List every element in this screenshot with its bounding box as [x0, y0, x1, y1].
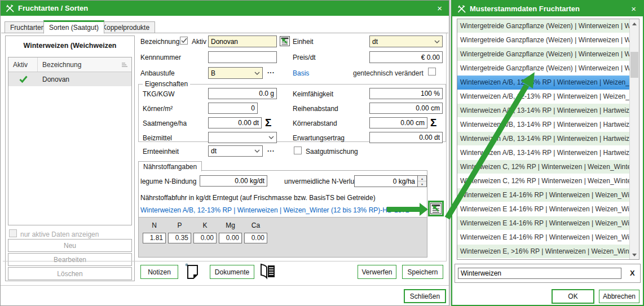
list-item[interactable]: Winterweizen E 14-16% RP | Winterweizen … [457, 188, 629, 202]
tab-koppelprodukte[interactable]: Koppelprodukte [96, 21, 155, 33]
column-aktiv[interactable]: Aktiv [8, 57, 38, 72]
saatgutmischung-checkbox[interactable] [294, 147, 302, 154]
close-icon[interactable]: × [435, 4, 444, 12]
nutrient-value-mg[interactable]: 0.00 [219, 233, 242, 243]
edit-button[interactable]: Bearbeiten [8, 253, 132, 266]
clear-search-button[interactable]: X [630, 269, 635, 277]
list-item[interactable]: Wintergetreide Ganzpflanze (Weizen) | Wi… [457, 19, 629, 33]
variety-panel-title: Winterweizen (Weichweizen [6, 42, 134, 50]
ernteeinheit-dropdown[interactable]: dt [208, 145, 263, 157]
window-title: Fruchtarten / Sorten [18, 4, 88, 12]
verluste-spinner[interactable]: ▲ ▼ [418, 175, 427, 187]
table-row-donovan[interactable]: Donovan [8, 72, 131, 86]
tab-sorten-saatgut[interactable]: Sorten (Saatgut) [43, 20, 104, 34]
list-item[interactable]: Winterweizen A/B, 13-14% RP | Winterweiz… [457, 104, 629, 118]
saatmenge-input[interactable] [208, 117, 262, 128]
scroll-down-icon[interactable] [630, 250, 639, 259]
saatmenge-label: Saatmenge/ha [143, 119, 187, 127]
list-item[interactable]: Winterweizen C, 12% RP | Winterweizen | … [457, 174, 629, 188]
scroll-up-icon[interactable] [630, 19, 639, 28]
variety-table-header: Aktiv Bezeichnung [8, 57, 131, 72]
aktiv-checkbox[interactable] [180, 37, 188, 45]
anbaustufe-more-button[interactable]: ... [267, 67, 275, 75]
nutrient-header-mg: Mg [219, 221, 242, 229]
nutrient-value-k[interactable]: 0.00 [193, 233, 217, 243]
basis-link[interactable]: Basis [293, 69, 309, 77]
verluste-input[interactable] [354, 175, 418, 187]
verwerfen-button[interactable]: Verwerfen [358, 265, 396, 279]
list-item[interactable]: Winterweizen A/B, 13-14% RP | Winterweiz… [457, 132, 629, 146]
einheit-label: Einheit [293, 38, 314, 46]
chevron-down-icon [254, 72, 260, 75]
list-item[interactable]: Winterweizen A/B, 13-14% RP | Winterweiz… [457, 118, 629, 132]
einheit-dropdown[interactable]: dt [369, 36, 443, 47]
dokumente-button[interactable]: Dokumente [210, 265, 254, 279]
koerner-label: Körner/m² [143, 105, 173, 113]
list-item[interactable]: Winterweizen E, >16% RP | Winterweizen |… [457, 245, 629, 259]
saatmenge-sum-button[interactable]: Σ [265, 117, 271, 128]
scrollbar[interactable] [629, 19, 639, 259]
koerner-input[interactable] [208, 103, 258, 114]
list-item[interactable]: Winterweizen E 14-16% RP | Winterweizen … [457, 216, 629, 230]
beizmittel-label: Beizmittel [143, 134, 172, 142]
notizen-button[interactable]: Notizen [140, 265, 178, 279]
list-item[interactable]: Wintergetreide Ganzpflanze (Weizen) | Wi… [457, 47, 629, 61]
tab-naehrstoffangaben[interactable]: Nährstoffangaben [138, 161, 202, 171]
reihenabstand-input[interactable] [369, 103, 443, 114]
nutrient-header-k: K [193, 221, 217, 229]
beizmittel-dropdown[interactable] [208, 132, 277, 143]
ernteeinheit-value: dt [211, 147, 217, 155]
tkg-input[interactable] [208, 88, 277, 99]
erwartungsertrag-input[interactable] [369, 132, 443, 143]
keimfaehigkeit-input[interactable] [369, 88, 443, 99]
anbaustufe-dropdown[interactable]: B [208, 67, 263, 79]
import-nutrients-icon[interactable] [428, 201, 444, 216]
keimfaehigkeit-label: Keimfähigkeit [293, 90, 333, 98]
list-item-selected[interactable]: Winterweizen A/B, 12-13% RP | Winterweiz… [457, 76, 629, 90]
kennnummer-input[interactable] [208, 51, 277, 63]
footer-divider [3, 261, 447, 261]
koernerabstand-sum-button[interactable]: Σ [430, 117, 436, 128]
close-icon[interactable]: × [629, 5, 638, 13]
nutrient-value-n[interactable]: 1.81 [143, 233, 166, 243]
schliessen-button[interactable]: Schließen [404, 289, 446, 303]
ernteeinheit-more-button[interactable]: ... [267, 145, 275, 153]
list-item[interactable]: Winterweizen E 14-16% RP | Winterweizen … [457, 202, 629, 216]
bezeichnung-input[interactable] [208, 36, 277, 47]
sort-icon[interactable] [121, 62, 128, 68]
import-master-data-icon[interactable] [280, 36, 290, 46]
list-item[interactable]: Winterweizen C, 12% RP | Winterweizen | … [457, 160, 629, 174]
master-data-rows: Wintergetreide Ganzpflanze (Weizen) | Wi… [457, 19, 629, 259]
nutrient-value-ca[interactable]: 0.00 [244, 233, 267, 243]
abfuhr-text: Nährstoffabfuhr in kg/dt Erntegut (auf F… [140, 194, 376, 202]
cancel-button[interactable]: Abbrechen [599, 290, 639, 303]
master-data-link[interactable]: Winterweizen A/B, 12-13% RP | Winterweiz… [140, 206, 409, 214]
delete-button[interactable]: Löschen [8, 267, 132, 280]
new-button[interactable]: Neu [8, 239, 132, 252]
ok-button[interactable]: OK [552, 289, 594, 304]
koernerabstand-input[interactable] [369, 117, 427, 128]
erwartungsertrag-label: Erwartungsertrag [293, 134, 345, 142]
list-item[interactable]: Wintergetreide Ganzpflanze (Weizen) | Wi… [457, 33, 629, 47]
nutrient-header-n: N [143, 221, 166, 229]
list-item[interactable]: Wintergetreide Ganzpflanze (Weizen) | Wi… [457, 61, 629, 76]
nutrient-value-p[interactable]: 0.35 [168, 233, 191, 243]
koernerabstand-label: Körnerabstand [293, 119, 337, 127]
preis-input[interactable] [369, 51, 443, 63]
speichern-button[interactable]: Speichern [402, 265, 443, 279]
search-input[interactable] [458, 268, 621, 279]
show-active-only-checkbox[interactable] [9, 229, 17, 237]
gentech-checkbox[interactable] [428, 68, 436, 76]
list-item[interactable]: Winterweizen A/B, 13-14% RP | Winterweiz… [457, 146, 629, 160]
spinner-down-icon[interactable]: ▼ [418, 181, 426, 187]
chevron-down-icon [434, 40, 440, 43]
list-item[interactable]: Winterweizen E 14-16% RP | Winterweizen … [457, 230, 629, 245]
column-bezeichnung[interactable]: Bezeichnung [38, 61, 131, 69]
app-logo-icon [457, 5, 466, 13]
scrollbar-thumb[interactable] [630, 52, 638, 78]
legume-input[interactable] [200, 175, 267, 187]
row-name: Donovan [38, 76, 131, 83]
content-divider-vertical [446, 33, 447, 261]
spinner-up-icon[interactable]: ▲ [418, 176, 426, 181]
list-item[interactable]: Winterweizen A/B, 12-13% RP | Winterweiz… [457, 90, 629, 104]
